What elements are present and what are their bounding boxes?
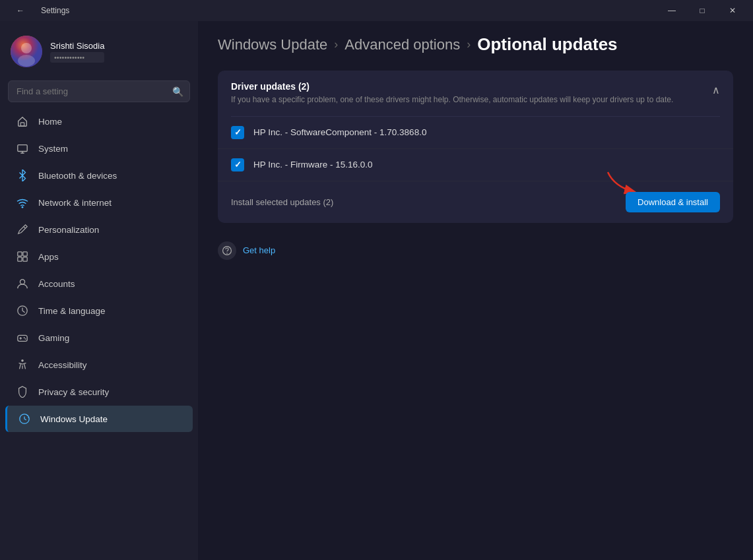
sidebar-label-privacy: Privacy & security: [38, 387, 109, 397]
sidebar-label-bluetooth: Bluetooth & devices: [38, 171, 117, 181]
svg-point-7: [22, 206, 24, 208]
sidebar-label-accounts: Accounts: [38, 279, 75, 289]
svg-rect-10: [23, 252, 27, 256]
svg-point-19: [25, 338, 26, 340]
sidebar-label-time: Time & language: [38, 306, 106, 316]
close-button[interactable]: ✕: [717, 0, 748, 21]
titlebar-title: Settings: [41, 6, 69, 15]
titlebar: ← Settings — □ ✕: [0, 0, 753, 21]
svg-point-20: [21, 359, 24, 362]
sidebar-label-home: Home: [38, 117, 62, 127]
system-icon: [16, 142, 29, 155]
maximize-button[interactable]: □: [687, 0, 717, 21]
breadcrumb-advanced-options[interactable]: Advanced options: [344, 36, 460, 53]
content-area: Windows Update › Advanced options › Opti…: [198, 21, 753, 560]
search-container: 🔍: [8, 80, 190, 102]
back-button[interactable]: ←: [5, 0, 36, 21]
chevron-up-icon: ∧: [712, 84, 720, 96]
sidebar-item-accessibility[interactable]: Accessibility: [5, 352, 193, 378]
breadcrumb-optional-updates: Optional updates: [477, 34, 617, 55]
sidebar-item-home[interactable]: Home: [5, 108, 193, 135]
search-input[interactable]: [8, 80, 190, 102]
breadcrumb-sep-2: ›: [467, 38, 471, 51]
app-layout: Srishti Sisodia •••••••••••• 🔍 Home: [0, 21, 753, 560]
titlebar-controls: — □ ✕: [657, 0, 748, 21]
user-email: ••••••••••••: [50, 52, 104, 63]
card-title: Driver updates (2): [231, 81, 673, 92]
sidebar-label-network: Network & internet: [38, 198, 112, 208]
update-name-1: HP Inc. - SoftwareComponent - 1.70.3868.…: [253, 127, 426, 137]
svg-rect-4: [18, 145, 27, 152]
update-item-1: ✓ HP Inc. - SoftwareComponent - 1.70.386…: [218, 117, 733, 149]
sidebar-item-apps[interactable]: Apps: [5, 243, 193, 270]
sidebar-label-system: System: [38, 144, 68, 154]
sidebar-label-apps: Apps: [38, 252, 59, 262]
svg-rect-9: [18, 252, 22, 256]
sidebar-item-bluetooth[interactable]: Bluetooth & devices: [5, 162, 193, 189]
check-icon-2: ✓: [234, 160, 242, 170]
update-item-2: ✓ HP Inc. - Firmware - 15.16.0.0: [218, 149, 733, 181]
download-install-button[interactable]: Download & install: [626, 192, 720, 212]
svg-point-2: [18, 55, 35, 67]
update-name-2: HP Inc. - Firmware - 15.16.0.0: [253, 160, 373, 170]
breadcrumb-windows-update[interactable]: Windows Update: [218, 36, 327, 53]
sidebar-item-privacy[interactable]: Privacy & security: [5, 379, 193, 405]
checkbox-1[interactable]: ✓: [231, 126, 244, 139]
svg-point-1: [21, 43, 32, 53]
driver-updates-card: Driver updates (2) If you have a specifi…: [218, 71, 733, 223]
card-header[interactable]: Driver updates (2) If you have a specifi…: [218, 71, 733, 116]
sidebar-item-network[interactable]: Network & internet: [5, 189, 193, 216]
sidebar-item-windows-update[interactable]: Windows Update: [5, 406, 193, 432]
accessibility-icon: [16, 358, 29, 371]
svg-point-18: [24, 337, 25, 338]
breadcrumb-sep-1: ›: [334, 38, 338, 51]
arrow-container: Download & install: [626, 192, 720, 212]
sidebar-item-system[interactable]: System: [5, 135, 193, 162]
checkbox-2[interactable]: ✓: [231, 158, 244, 171]
svg-point-24: [226, 253, 228, 254]
avatar: [11, 36, 42, 67]
windows-update-icon: [18, 412, 31, 425]
sidebar-item-time[interactable]: Time & language: [5, 297, 193, 324]
home-icon: [16, 115, 29, 128]
user-profile: Srishti Sisodia ••••••••••••: [0, 28, 198, 78]
svg-rect-11: [18, 257, 22, 261]
bluetooth-icon: [16, 169, 29, 182]
sidebar-item-personalization[interactable]: Personalization: [5, 216, 193, 243]
search-icon: 🔍: [172, 86, 183, 97]
sidebar-nav: Home System Bluetooth &: [0, 108, 198, 433]
gaming-icon: [16, 331, 29, 344]
apps-icon: [16, 250, 29, 263]
time-icon: [16, 304, 29, 317]
privacy-icon: [16, 385, 29, 398]
minimize-button[interactable]: —: [657, 0, 687, 21]
personalization-icon: [16, 223, 29, 236]
sidebar-item-gaming[interactable]: Gaming: [5, 325, 193, 351]
accounts-icon: [16, 277, 29, 290]
sidebar-label-windows-update: Windows Update: [40, 414, 108, 424]
user-info: Srishti Sisodia ••••••••••••: [50, 41, 104, 63]
sidebar-label-gaming: Gaming: [38, 333, 69, 343]
svg-rect-3: [20, 123, 24, 126]
card-footer: Install selected updates (2): [218, 181, 733, 223]
sidebar-item-accounts[interactable]: Accounts: [5, 270, 193, 297]
get-help-icon: [218, 241, 236, 260]
card-subtitle: If you have a specific problem, one of t…: [231, 94, 673, 106]
get-help-section: Get help: [218, 233, 733, 268]
footer-label: Install selected updates (2): [231, 197, 333, 207]
titlebar-left: ← Settings: [5, 0, 69, 21]
svg-point-13: [20, 280, 24, 284]
network-icon: [16, 196, 29, 209]
svg-rect-15: [18, 335, 27, 341]
card-header-left: Driver updates (2) If you have a specifi…: [231, 81, 673, 106]
sidebar: Srishti Sisodia •••••••••••• 🔍 Home: [0, 21, 198, 560]
sidebar-label-personalization: Personalization: [38, 225, 99, 235]
breadcrumb: Windows Update › Advanced options › Opti…: [218, 34, 733, 55]
check-icon-1: ✓: [234, 127, 242, 137]
svg-line-8: [24, 227, 26, 229]
svg-rect-12: [23, 257, 27, 261]
get-help-link[interactable]: Get help: [243, 245, 275, 255]
sidebar-label-accessibility: Accessibility: [38, 360, 87, 370]
user-name: Srishti Sisodia: [50, 41, 104, 51]
